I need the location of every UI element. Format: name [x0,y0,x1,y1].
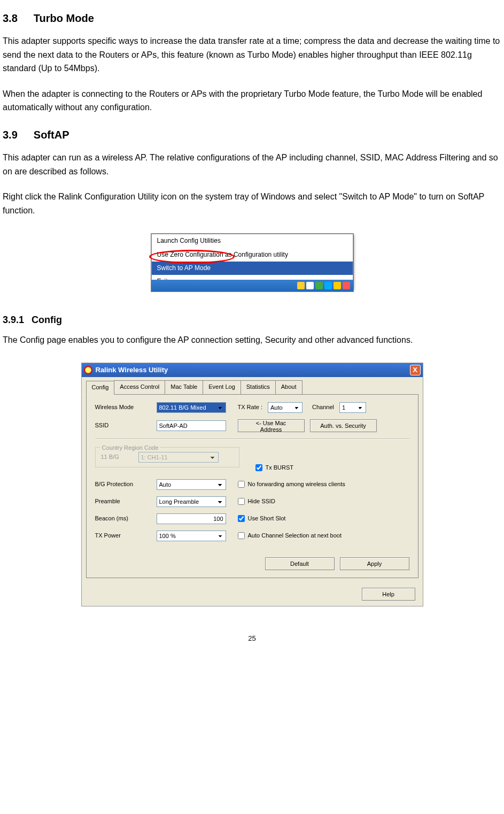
no-forwarding-input[interactable] [238,481,245,488]
context-menu-figure: Launch Config Utilities Use Zero Configu… [3,233,501,296]
tab-config[interactable]: Config [86,381,115,395]
tx-power-label: TX Power [95,531,151,541]
tab-access-control[interactable]: Access Control [114,380,165,394]
tab-mac-table[interactable]: Mac Table [165,380,203,394]
menu-item-zero-config[interactable]: Use Zero Configuration as Configuration … [152,248,353,262]
short-slot-input[interactable] [238,515,245,522]
section-num: 3.8 [3,10,18,27]
tabs: Config Access Control Mac Table Event Lo… [82,377,423,394]
window-title: Ralink Wireless Utility [96,365,410,376]
tab-statistics[interactable]: Statistics [241,380,276,394]
divider [95,439,409,440]
channel-label: Channel [312,403,334,412]
heading-softap: 3.9SoftAP [3,126,501,143]
hide-ssid-input[interactable] [238,498,245,505]
dialog-footer: Help [82,582,423,606]
bg-protection-label: B/G Protection [95,480,151,489]
tab-content: Wireless Mode 802.11 B/G Mixed TX Rate :… [86,394,418,578]
hide-ssid-checkbox[interactable]: Hide SSID [238,497,275,506]
no-forwarding-checkbox[interactable]: No forwarding among wireless clients [238,480,345,489]
beacon-input[interactable] [157,513,226,524]
tray-icon [343,282,350,289]
tray-icon [334,282,341,289]
tx-rate-select[interactable]: Auto [268,402,303,413]
section-num: 3.9 [3,126,18,143]
beacon-label: Beacon (ms) [95,514,151,524]
default-button[interactable]: Default [265,557,335,570]
auth-security-button[interactable]: Auth. vs. Security [310,419,377,432]
ssid-input[interactable] [157,420,226,431]
heading-turbo-mode: 3.8Turbo Mode [3,10,501,27]
apply-button[interactable]: Apply [340,557,409,570]
tab-event-log[interactable]: Event Log [203,380,241,394]
menu-item-launch[interactable]: Launch Config Utilities [152,234,353,248]
tx-power-select[interactable]: 100 % [157,531,226,541]
menu-item-switch-ap[interactable]: Switch to AP Mode [152,262,353,275]
app-icon [84,366,92,374]
tx-rate-label: TX Rate : [238,403,262,412]
section-title: Config [32,314,62,325]
ssid-label: SSID [95,421,151,431]
tab-about[interactable]: About [275,380,303,394]
country-region-legend: Country Region Code [100,443,161,453]
eleven-bg-label: 11 B/G [101,452,133,462]
paragraph: When the adapter is connecting to the Ro… [3,87,501,114]
utility-window: Ralink Wireless Utility X Config Access … [81,363,423,606]
heading-config: 3.9.1Config [3,312,501,328]
taskbar [151,280,353,291]
paragraph: Right click the Ralink Configuration Uti… [3,190,501,217]
utility-window-figure: Ralink Wireless Utility X Config Access … [3,363,501,606]
tray-icon [315,282,323,289]
paragraph: The Config page enables you to configure… [3,333,501,347]
wireless-mode-label: Wireless Mode [95,403,151,412]
tray-icon [306,282,314,289]
preamble-select[interactable]: Long Preamble [157,496,226,507]
bg-protection-select[interactable]: Auto [157,479,226,490]
channel-select[interactable]: 1 [339,402,366,413]
page-number: 25 [3,633,501,644]
preamble-label: Preamble [95,497,151,506]
help-button[interactable]: Help [362,588,415,601]
section-title: Turbo Mode [34,12,94,24]
section-num: 3.9.1 [3,312,24,328]
tray-icon [324,282,332,289]
paragraph: This adapter supports specific ways to i… [3,34,501,75]
auto-channel-checkbox[interactable]: Auto Channel Selection at next boot [238,531,342,541]
tray-icon [297,282,305,289]
auto-channel-input[interactable] [238,532,245,539]
titlebar: Ralink Wireless Utility X [82,363,423,377]
short-slot-checkbox[interactable]: Use Short Slot [238,514,286,524]
close-button[interactable]: X [410,365,421,375]
country-region-fieldset: Country Region Code 11 B/G 1: CH1-11 [95,447,239,467]
use-mac-button[interactable]: <- Use Mac Address [238,419,305,432]
section-title: SoftAP [34,129,69,141]
paragraph: This adapter can run as a wireless AP. T… [3,151,501,178]
tx-burst-input[interactable] [255,464,262,471]
wireless-mode-select[interactable]: 802.11 B/G Mixed [157,402,226,413]
eleven-bg-select: 1: CH1-11 [138,452,219,463]
tx-burst-checkbox[interactable]: Tx BURST [255,463,294,473]
